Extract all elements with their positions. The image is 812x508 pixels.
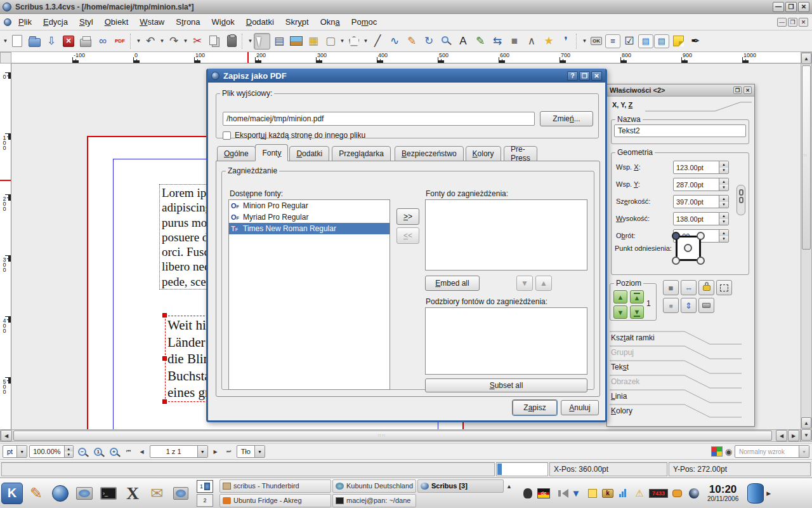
horizontal-scrollbar[interactable]: ◀ ∷∷ ◀ ▶ [0, 429, 801, 442]
k-menu-button[interactable]: K [0, 481, 24, 506]
knotes-icon[interactable] [586, 486, 599, 500]
toolbar-dropdown-arrow-icon[interactable]: ▼ [136, 34, 141, 49]
section-linia[interactable]: Linia [610, 389, 743, 404]
dialog-close-button[interactable]: ✕ [591, 71, 602, 81]
export-pdf-icon[interactable]: PDF [112, 33, 128, 50]
close-icon[interactable]: ✕ [60, 33, 77, 50]
tab-xyz[interactable]: X, Y, Z [612, 101, 632, 109]
save-icon[interactable]: ⇩ [43, 33, 60, 50]
measurements-icon[interactable]: ∧ [523, 33, 540, 50]
mdi-minimize-button[interactable]: — [777, 18, 787, 27]
geometry-field-input[interactable]: 138.00pt▲▼ [673, 212, 729, 225]
properties-titlebar[interactable]: Właściwości <2> ❐ ✕ [607, 84, 754, 97]
tab-dodatki[interactable]: Dodatki [289, 146, 329, 161]
copy-icon[interactable] [206, 33, 223, 50]
lock-object-button[interactable] [698, 280, 714, 295]
cut-icon[interactable]: ✂ [189, 33, 206, 50]
paste-icon[interactable] [223, 33, 240, 50]
mail-launcher[interactable]: ✉ [145, 481, 169, 506]
change-path-button[interactable]: Zmień... [540, 111, 593, 126]
pdf-text-field-icon[interactable]: ≡ [605, 34, 620, 48]
dialog-titlebar[interactable]: Zapisz jako PDF ? ❐ ✕ [208, 69, 605, 83]
output-path-input[interactable]: /home/maciej/tmp/minion.pdf [223, 112, 535, 126]
visual-appearance-select[interactable]: Normalny wzrok ▼ [735, 445, 809, 458]
object-name-input[interactable]: Tekst2 [614, 124, 746, 137]
system-launcher[interactable] [72, 481, 96, 506]
tab-bezpiecze-stwo[interactable]: Bezpieczeństwo [395, 146, 464, 161]
taskbar-task[interactable]: Kubuntu Deutschland [332, 479, 416, 493]
scroll-up-button-2[interactable]: ▲ [801, 417, 811, 429]
scroll-left-button-2[interactable]: ◀ [776, 430, 787, 441]
insert-text-frame-icon[interactable]: ▤ [271, 33, 287, 50]
geometry-field-input[interactable]: 123.00pt▲▼ [673, 161, 729, 174]
zoom-level-spinner[interactable]: 100.00% ▲▼ [29, 445, 73, 458]
pdf-combo-box-icon[interactable]: ▤ [638, 34, 653, 48]
cancel-button[interactable]: Anuluj [561, 400, 599, 415]
flip-vertical-button[interactable]: ⇕ [681, 298, 697, 313]
network-monitor-icon[interactable] [616, 486, 630, 500]
story-editor-icon[interactable]: ✎ [472, 33, 488, 50]
dialog-help-button[interactable]: ? [567, 71, 578, 81]
x-window-launcher[interactable]: X [121, 481, 145, 506]
flip-horizontal-button[interactable]: ⇔ [681, 280, 697, 295]
shape-button-2[interactable]: ■ [663, 298, 679, 313]
redo-icon[interactable]: ↷ [166, 33, 182, 50]
shape-button[interactable]: ■ [663, 280, 679, 295]
dialog-restore-button[interactable]: ❐ [579, 71, 590, 81]
kget-download-icon[interactable]: ▼ [569, 486, 583, 500]
menu-skrypt[interactable]: Skrypt [280, 15, 315, 29]
menu-wstaw[interactable]: Wstaw [134, 15, 170, 29]
tab-przegl-darka[interactable]: Przeglądarka [332, 146, 391, 161]
close-button[interactable]: ✕ [798, 2, 809, 12]
last-page-button[interactable]: ⏭ [223, 446, 235, 457]
spin-down-icon[interactable]: ▼ [65, 451, 73, 457]
palette-restore-button[interactable]: ❐ [733, 86, 742, 94]
pdf-check-box-icon[interactable]: ☑ [621, 33, 638, 50]
web-browser-launcher[interactable] [48, 481, 72, 506]
open-icon[interactable] [26, 33, 43, 50]
edit-contents-icon[interactable]: A [455, 33, 471, 50]
toolbar-dropdown-arrow-icon[interactable]: ▼ [247, 34, 253, 49]
toolbar-dropdown-arrow-icon[interactable]: ▼ [363, 34, 369, 49]
basepoint-top-right[interactable] [697, 232, 705, 240]
insert-bezier-icon[interactable]: ∿ [386, 33, 403, 50]
konsole-launcher[interactable]: ›_ [96, 481, 121, 506]
page-select[interactable]: 1 z 1 ▼ [150, 445, 208, 458]
section-kolory[interactable]: Kolory [610, 404, 743, 418]
basepoint-bottom-left[interactable] [672, 257, 680, 265]
kopete-chat-icon[interactable] [671, 486, 684, 500]
scroll-right-button[interactable]: ▶ [788, 430, 799, 441]
selection-handle[interactable] [162, 313, 167, 318]
toolbar-dropdown-arrow-icon[interactable]: ▼ [3, 34, 8, 49]
taskbar-task[interactable]: scribus - Thunderbird [219, 479, 331, 493]
toolbar-dropdown-arrow-icon[interactable]: ▼ [339, 34, 345, 49]
klipper-applet-icon[interactable] [747, 483, 764, 504]
pdf-push-button-icon[interactable]: OK [588, 33, 605, 50]
pdf-list-box-icon[interactable]: ▤ [654, 34, 669, 48]
toolbar-dropdown-arrow-icon[interactable]: ▼ [582, 34, 587, 49]
tab-fonty[interactable]: Fonty [255, 144, 288, 161]
subset-fonts-list[interactable] [425, 307, 587, 375]
previous-page-button[interactable]: ◀ [136, 446, 148, 457]
tab-pre-press[interactable]: Pre-Press [504, 146, 537, 161]
link-width-height-icon[interactable] [737, 185, 745, 215]
rotate-item-icon[interactable]: ↻ [421, 33, 437, 50]
counter-badge[interactable]: 7433 [649, 489, 668, 498]
undo-icon[interactable]: ↶ [142, 33, 159, 50]
move-up-button[interactable]: ▲ [535, 276, 552, 291]
print-icon[interactable] [77, 33, 94, 50]
color-management-icon[interactable] [711, 446, 723, 457]
zoom-100-button[interactable]: 1 [91, 444, 105, 458]
geometry-field-input[interactable]: 287.00pt▲▼ [673, 178, 729, 191]
taskbar-task[interactable]: Ubuntu Fridge - Akreg [219, 494, 331, 507]
insert-polygon-icon[interactable] [346, 33, 362, 50]
menu-widok[interactable]: Widok [206, 15, 240, 29]
palette-close-button[interactable]: ✕ [743, 86, 752, 94]
menu-dodatki[interactable]: Dodatki [240, 15, 280, 29]
first-page-button[interactable]: ⏮ [123, 446, 134, 457]
pdf-link-annotation-icon[interactable]: ✒ [687, 33, 704, 50]
thunderbird-tray-icon[interactable] [687, 486, 701, 500]
new-document-icon[interactable] [9, 33, 25, 50]
mdi-close-button[interactable]: ✕ [799, 18, 808, 27]
scroll-left-button[interactable]: ◀ [1, 430, 12, 441]
